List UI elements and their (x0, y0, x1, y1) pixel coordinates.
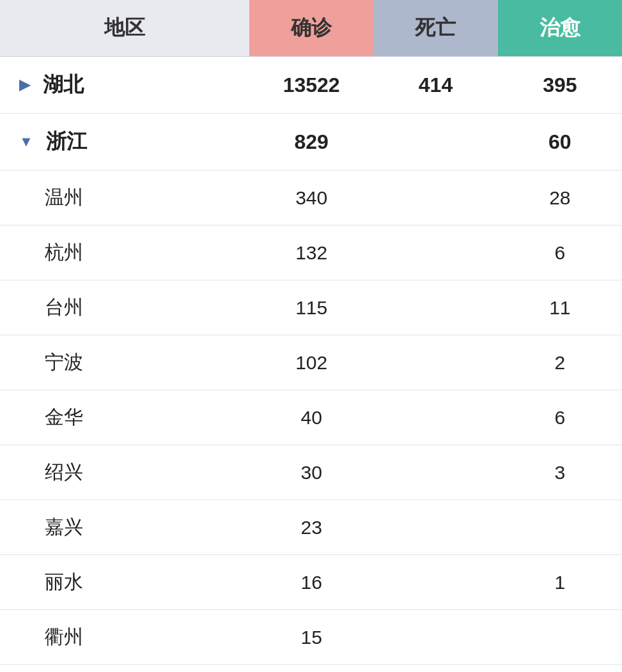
header-recovered: 治愈 (498, 0, 622, 57)
recovered-cell: 3 (498, 445, 622, 500)
death-cell (373, 555, 497, 610)
death-cell (373, 280, 497, 335)
region-cell: 嘉兴 (0, 500, 249, 555)
region-cell: 衢州 (0, 610, 249, 665)
confirmed-cell: 829 (249, 114, 373, 171)
confirmed-cell: 23 (249, 500, 373, 555)
death-cell (373, 171, 497, 225)
recovered-cell: 2 (498, 335, 622, 390)
header-confirmed: 确诊 (249, 0, 373, 57)
recovered-cell: 395 (498, 57, 622, 114)
header-death: 死亡 (373, 0, 497, 57)
death-cell (373, 390, 497, 445)
table-row[interactable]: ▶湖北 13522 414 395 (0, 57, 622, 114)
region-cell: 丽水 (0, 555, 249, 610)
recovered-cell (498, 610, 622, 665)
toggle-icon[interactable]: ▼ (19, 134, 33, 150)
table-row: 台州 115 11 (0, 280, 622, 335)
header-region: 地区 (0, 0, 249, 57)
death-cell (373, 610, 497, 665)
confirmed-cell: 132 (249, 225, 373, 280)
region-cell[interactable]: ▶湖北 (0, 57, 249, 113)
table-row: 绍兴 30 3 (0, 445, 622, 500)
table-row: 湖州 9 1 (0, 665, 622, 673)
death-cell (373, 225, 497, 280)
recovered-cell: 6 (498, 225, 622, 280)
table-row: 温州 340 28 (0, 171, 622, 225)
confirmed-cell: 30 (249, 445, 373, 500)
toggle-icon[interactable]: ▶ (19, 77, 30, 93)
confirmed-cell: 13522 (249, 57, 373, 114)
death-cell (373, 500, 497, 555)
recovered-cell: 6 (498, 390, 622, 445)
recovered-cell (498, 500, 622, 555)
death-cell (373, 335, 497, 390)
region-cell: 台州 (0, 280, 249, 335)
confirmed-cell: 9 (249, 665, 373, 673)
confirmed-cell: 40 (249, 390, 373, 445)
region-cell: 宁波 (0, 335, 249, 390)
confirmed-cell: 16 (249, 555, 373, 610)
table-row: 宁波 102 2 (0, 335, 622, 390)
table-row[interactable]: ▼浙江 829 60 (0, 114, 622, 171)
confirmed-cell: 102 (249, 335, 373, 390)
recovered-cell: 1 (498, 555, 622, 610)
death-cell: 414 (373, 57, 497, 114)
region-cell: 金华 (0, 390, 249, 445)
table-row: 杭州 132 6 (0, 225, 622, 280)
recovered-cell: 28 (498, 171, 622, 225)
recovered-cell: 11 (498, 280, 622, 335)
death-cell (373, 114, 497, 171)
death-cell (373, 445, 497, 500)
recovered-cell: 60 (498, 114, 622, 171)
region-cell: 湖州 (0, 665, 249, 673)
table-row: 金华 40 6 (0, 390, 622, 445)
region-cell: 温州 (0, 171, 249, 225)
recovered-cell: 1 (498, 665, 622, 673)
table-row: 丽水 16 1 (0, 555, 622, 610)
death-cell (373, 665, 497, 673)
table-row: 衢州 15 (0, 610, 622, 665)
confirmed-cell: 340 (249, 171, 373, 225)
confirmed-cell: 15 (249, 610, 373, 665)
region-cell: 绍兴 (0, 445, 249, 500)
table-row: 嘉兴 23 (0, 500, 622, 555)
data-table: 地区 确诊 死亡 治愈 ▶湖北 13522 414 395 ▼浙江 829 60… (0, 0, 622, 672)
region-cell: 杭州 (0, 225, 249, 280)
confirmed-cell: 115 (249, 280, 373, 335)
region-cell[interactable]: ▼浙江 (0, 114, 249, 170)
